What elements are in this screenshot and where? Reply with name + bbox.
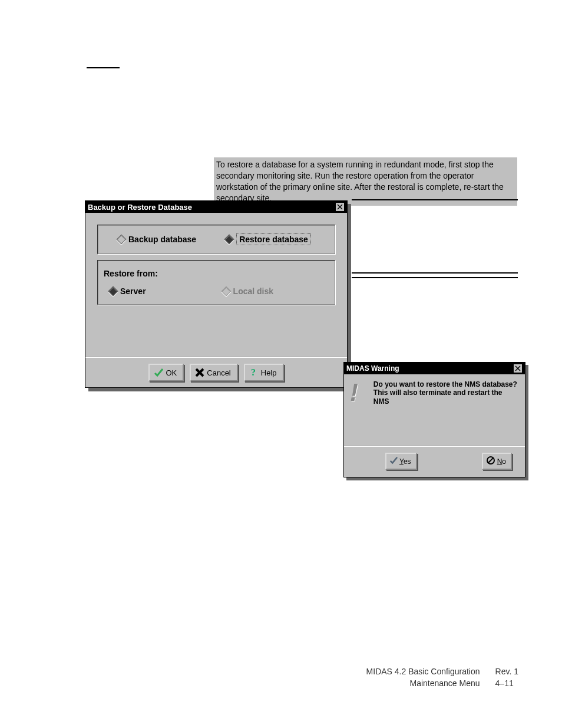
dialog-title: MIDAS Warning: [346, 364, 399, 373]
dialog-titlebar: MIDAS Warning: [344, 363, 525, 374]
rule: [352, 199, 518, 200]
top-rule: [87, 67, 120, 68]
diamond-icon: [224, 235, 234, 245]
radio-label: Backup database: [128, 235, 196, 244]
dialog-titlebar: Backup or Restore Database: [85, 201, 347, 213]
midas-warning-dialog: MIDAS Warning ! Do you want to restore t…: [343, 362, 528, 480]
ok-button[interactable]: OK: [148, 364, 184, 381]
footer-rev: Rev. 1: [495, 666, 518, 678]
yes-button[interactable]: Yes: [385, 453, 417, 470]
svg-line-2: [488, 458, 493, 463]
cancel-button[interactable]: Cancel: [190, 364, 237, 381]
svg-text:?: ?: [251, 368, 256, 377]
button-label: Help: [261, 368, 277, 377]
dialog-frame: Backup or Restore Database Backup databa…: [85, 200, 348, 388]
button-label: OK: [166, 368, 177, 377]
dialog-frame: MIDAS Warning ! Do you want to restore t…: [343, 362, 525, 477]
page-footer: MIDAS 4.2 Basic Configuration Maintenanc…: [0, 666, 518, 689]
rule: [352, 272, 518, 274]
button-label: No: [497, 457, 506, 466]
warning-line1: Do you want to restore the NMS database?: [373, 380, 519, 388]
radio-local-disk: Local disk: [223, 286, 273, 296]
diamond-icon: [108, 286, 118, 297]
footer-left: MIDAS 4.2 Basic Configuration Maintenanc…: [366, 666, 480, 689]
footer-right: Rev. 1 4–11: [495, 666, 518, 689]
restore-from-panel: Restore from: Server Local disk: [97, 260, 335, 305]
exclamation-icon: !: [350, 380, 368, 406]
button-label: Yes: [399, 457, 411, 466]
radio-label: Local disk: [233, 286, 273, 296]
page: To restore a database for a system runni…: [0, 0, 562, 728]
note-box: To restore a database for a system runni…: [214, 157, 517, 206]
radio-label: Server: [120, 286, 146, 296]
dialog-button-bar: OK Cancel ? Help: [85, 357, 347, 387]
question-icon: ?: [249, 367, 259, 378]
radio-label: Restore database: [236, 233, 311, 245]
radio-restore-database[interactable]: Restore database: [226, 233, 311, 245]
prohibit-icon: [486, 456, 495, 467]
warning-text: Do you want to restore the NMS database?…: [373, 380, 519, 406]
backup-restore-dialog: Backup or Restore Database Backup databa…: [85, 200, 351, 390]
close-icon[interactable]: [513, 364, 523, 373]
help-button[interactable]: ? Help: [244, 364, 284, 381]
restore-from-label: Restore from:: [104, 269, 329, 278]
footer-page: 4–11: [495, 678, 518, 690]
rule: [352, 277, 518, 278]
mode-panel: Backup database Restore database: [97, 225, 335, 254]
diamond-icon: [117, 235, 127, 245]
checkmark-icon: [153, 367, 164, 378]
dialog-body: Backup database Restore database Restore…: [85, 213, 347, 315]
footer-doc-title: MIDAS 4.2 Basic Configuration: [366, 666, 480, 678]
close-icon[interactable]: [335, 202, 345, 212]
button-label: Cancel: [207, 368, 230, 377]
dialog-button-bar: Yes No: [344, 446, 525, 477]
checkmark-icon: [389, 456, 398, 466]
radio-server[interactable]: Server: [110, 286, 146, 296]
dialog-title: Backup or Restore Database: [88, 203, 192, 212]
no-button[interactable]: No: [482, 453, 512, 470]
footer-section: Maintenance Menu: [366, 678, 480, 690]
warning-line2: This will also terminate and restart the…: [373, 388, 519, 406]
radio-backup-database[interactable]: Backup database: [118, 235, 196, 244]
diamond-icon: [221, 286, 231, 297]
x-icon: [194, 367, 205, 378]
warning-body: ! Do you want to restore the NMS databas…: [344, 374, 525, 408]
